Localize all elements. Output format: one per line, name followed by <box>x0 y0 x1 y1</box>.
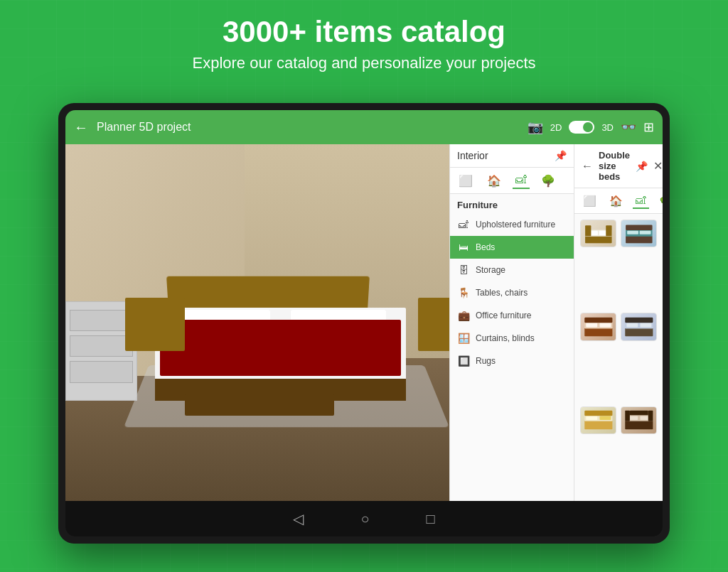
sidebar-panel: Interior 📌 ⬜ 🏠 🛋 🌳 Furniture 🛋 Upholster… <box>449 144 574 501</box>
svg-rect-26 <box>625 421 653 429</box>
bed-svg-6 <box>624 409 654 431</box>
svg-rect-32 <box>630 411 648 416</box>
tablet-screen: ← Planner 5D project 📷 2D 3D 👓 ⊞ <box>65 110 663 536</box>
svg-rect-20 <box>625 318 653 323</box>
bed-card-2[interactable] <box>621 220 657 247</box>
svg-rect-25 <box>584 411 612 416</box>
dresser-drawer-1 <box>70 310 133 331</box>
beds-icon: 🛏 <box>457 242 470 253</box>
svg-rect-15 <box>584 318 612 323</box>
svg-rect-18 <box>626 323 638 328</box>
panel-tab-house[interactable]: 🏠 <box>484 173 504 189</box>
beds-grid <box>574 214 663 501</box>
panel-item-rugs[interactable]: 🔲 Rugs <box>450 350 574 372</box>
detail-panel: ← Double size beds 📌 ✕ ⬜ 🏠 🛋 🌳 <box>574 144 663 501</box>
svg-rect-0 <box>585 236 611 243</box>
office-icon: 💼 <box>457 310 470 321</box>
detail-title: Double size beds <box>599 150 630 182</box>
tablet-device: ← Planner 5D project 📷 2D 3D 👓 ⊞ <box>58 103 670 544</box>
layers-icon[interactable]: ⊞ <box>643 119 654 135</box>
bed-card-6[interactable] <box>621 406 657 434</box>
app-bar: ← Planner 5D project 📷 2D 3D 👓 ⊞ <box>65 110 663 144</box>
bed-card-4[interactable] <box>621 313 657 340</box>
upholstered-label: Upholstered furniture <box>476 220 555 230</box>
curtains-icon: 🪟 <box>457 333 470 344</box>
svg-rect-19 <box>640 323 651 328</box>
bed-svg-2 <box>624 222 654 245</box>
panel-section-label: Furniture <box>450 194 574 213</box>
nightstand-left <box>125 298 185 351</box>
tables-icon: 🪑 <box>457 287 470 298</box>
nav-square-button[interactable]: □ <box>427 511 435 527</box>
svg-rect-30 <box>625 411 630 421</box>
panel-item-upholstered[interactable]: 🛋 Upholstered furniture <box>450 213 574 236</box>
svg-rect-13 <box>586 323 597 328</box>
panel-header: Interior 📌 <box>450 144 574 168</box>
panel-tab-furniture[interactable]: 🛋 <box>513 172 530 189</box>
curtains-label: Curtains, blinds <box>476 333 535 343</box>
svg-rect-16 <box>625 328 653 337</box>
rugs-icon: 🔲 <box>457 355 470 367</box>
camera-icon[interactable]: 📷 <box>528 119 543 135</box>
svg-rect-4 <box>585 225 591 236</box>
mode-2d-label: 2D <box>550 122 562 133</box>
dresser-drawer-2 <box>70 335 133 357</box>
nav-bar: ◁ ○ □ <box>65 501 663 536</box>
bed-svg-3 <box>584 315 614 338</box>
svg-rect-21 <box>584 421 612 429</box>
detail-tab-nature[interactable]: 🌳 <box>656 193 663 209</box>
svg-rect-23 <box>586 416 597 420</box>
detail-tab-furniture[interactable]: 🛋 <box>633 193 649 209</box>
storage-icon: 🗄 <box>457 264 470 276</box>
panel-item-office[interactable]: 💼 Office furniture <box>450 304 574 327</box>
panel-tab-nature[interactable]: 🌳 <box>538 173 558 189</box>
bed-card-1[interactable] <box>580 220 616 247</box>
detail-tabs: ⬜ 🏠 🛋 🌳 <box>574 188 663 214</box>
panel-item-curtains[interactable]: 🪟 Curtains, blinds <box>450 327 574 350</box>
tables-label: Tables, chairs <box>476 288 528 298</box>
mode-toggle[interactable] <box>569 121 594 134</box>
bed-svg-1 <box>584 222 614 245</box>
header-subtitle: Explore our catalog and personalize your… <box>0 54 728 72</box>
panel-tabs: ⬜ 🏠 🛋 🌳 <box>450 168 574 194</box>
svg-rect-11 <box>584 328 612 337</box>
detail-close-button[interactable]: ✕ <box>653 159 663 173</box>
detail-tab-house[interactable]: 🏠 <box>606 193 626 209</box>
nav-back-button[interactable]: ◁ <box>293 510 304 527</box>
panel-title: Interior <box>457 150 488 161</box>
panel-pin-icon[interactable]: 📌 <box>555 150 567 161</box>
storage-label: Storage <box>476 265 505 275</box>
beds-label: Beds <box>476 242 495 252</box>
bed-card-5[interactable] <box>580 406 616 434</box>
svg-rect-6 <box>626 236 652 243</box>
bed <box>155 276 406 401</box>
header-title: 3000+ items catalog <box>0 14 728 50</box>
dresser-drawer-3 <box>70 361 133 382</box>
svg-rect-10 <box>626 225 652 230</box>
mode-3d-label: 3D <box>601 122 614 133</box>
detail-pin-icon[interactable]: 📌 <box>636 161 648 172</box>
detail-tab-room[interactable]: ⬜ <box>580 193 599 209</box>
app-title: Planner 5D project <box>97 121 519 134</box>
svg-rect-14 <box>599 323 611 328</box>
bed-card-3[interactable] <box>580 313 616 340</box>
bench <box>185 394 334 415</box>
app-bar-controls: 📷 2D 3D 👓 ⊞ <box>528 119 654 135</box>
panel-item-beds[interactable]: 🛏 Beds <box>450 236 574 259</box>
upholstered-icon: 🛋 <box>457 219 470 230</box>
svg-rect-8 <box>627 231 638 234</box>
svg-rect-5 <box>606 225 611 236</box>
bed-svg-4 <box>624 315 654 338</box>
detail-back-button[interactable]: ← <box>582 160 593 173</box>
panel-item-tables[interactable]: 🪑 Tables, chairs <box>450 281 574 304</box>
bed-svg-5 <box>584 409 614 431</box>
panel-item-storage[interactable]: 🗄 Storage <box>450 259 574 281</box>
panel-tab-room[interactable]: ⬜ <box>456 173 476 189</box>
svg-rect-24 <box>599 416 611 420</box>
vr-icon[interactable]: 👓 <box>621 119 636 135</box>
back-button[interactable]: ← <box>74 119 88 136</box>
svg-rect-31 <box>648 411 653 421</box>
nav-home-button[interactable]: ○ <box>360 511 369 527</box>
svg-rect-9 <box>639 231 651 234</box>
detail-header: ← Double size beds 📌 ✕ <box>574 144 663 188</box>
